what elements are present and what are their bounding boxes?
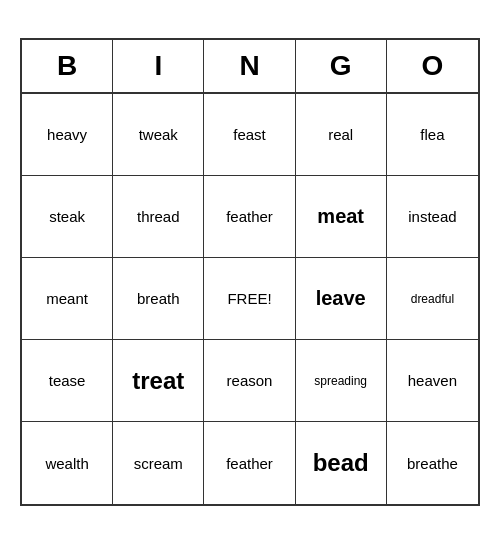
grid-cell-3: real — [296, 94, 387, 176]
grid-cell-4: flea — [387, 94, 478, 176]
grid-cell-20: wealth — [22, 422, 113, 504]
bingo-header: BINGO — [22, 40, 478, 94]
bingo-card: BINGO heavytweakfeastrealfleasteakthread… — [20, 38, 480, 506]
grid-cell-17: reason — [204, 340, 295, 422]
header-cell-n: N — [204, 40, 295, 92]
bingo-grid: heavytweakfeastrealfleasteakthreadfeathe… — [22, 94, 478, 504]
header-cell-o: O — [387, 40, 478, 92]
grid-cell-6: thread — [113, 176, 204, 258]
grid-cell-2: feast — [204, 94, 295, 176]
grid-cell-21: scream — [113, 422, 204, 504]
grid-cell-5: steak — [22, 176, 113, 258]
header-cell-g: G — [296, 40, 387, 92]
grid-cell-0: heavy — [22, 94, 113, 176]
grid-cell-9: instead — [387, 176, 478, 258]
grid-cell-19: heaven — [387, 340, 478, 422]
grid-cell-8: meat — [296, 176, 387, 258]
grid-cell-15: tease — [22, 340, 113, 422]
grid-cell-10: meant — [22, 258, 113, 340]
grid-cell-14: dreadful — [387, 258, 478, 340]
grid-cell-22: feather — [204, 422, 295, 504]
grid-cell-18: spreading — [296, 340, 387, 422]
grid-cell-23: bead — [296, 422, 387, 504]
grid-cell-1: tweak — [113, 94, 204, 176]
header-cell-i: I — [113, 40, 204, 92]
grid-cell-16: treat — [113, 340, 204, 422]
grid-cell-7: feather — [204, 176, 295, 258]
grid-cell-24: breathe — [387, 422, 478, 504]
grid-cell-11: breath — [113, 258, 204, 340]
grid-cell-12: FREE! — [204, 258, 295, 340]
header-cell-b: B — [22, 40, 113, 92]
grid-cell-13: leave — [296, 258, 387, 340]
